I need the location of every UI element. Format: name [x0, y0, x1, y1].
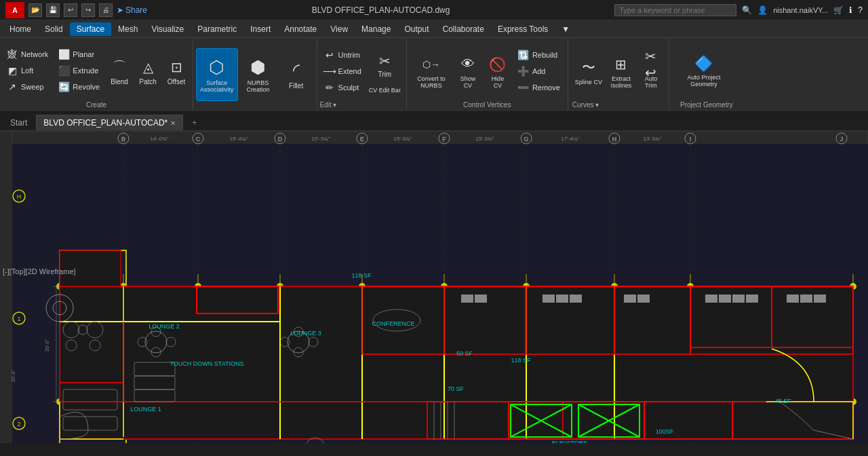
svg-rect-139	[570, 294, 582, 303]
titlebar-right: 🔍 👤 nishant.naikVY... 🛒 ℹ ?	[614, 4, 863, 16]
spline-cv-icon: 〜	[578, 57, 599, 79]
menu-mesh[interactable]: Mesh	[111, 22, 144, 36]
revolve-button[interactable]: 🔄 Revolve	[54, 79, 103, 94]
menu-express-tools[interactable]: Express Tools	[491, 22, 555, 36]
menu-solid[interactable]: Solid	[38, 22, 70, 36]
fillet-button[interactable]: ◜ Fillet	[279, 48, 314, 101]
menubar: Home Solid Surface Mesh Visualize Parame…	[0, 20, 868, 38]
auto-project-geometry-button[interactable]: 🔷 Auto ProjectGeometry	[673, 45, 734, 98]
menu-manage[interactable]: Manage	[355, 22, 397, 36]
search-icon[interactable]: 🔍	[742, 5, 752, 15]
cv-group: ⬡→ Convert toNURBS 👁 ShowCV 🚫 HideCV 🔃 R…	[407, 39, 568, 110]
titlebar-title: BLVD OFFICE_PLAN-AUTOCAD.dwg	[147, 5, 614, 15]
open-icon[interactable]: 📂	[28, 3, 42, 17]
print-icon[interactable]: 🖨	[99, 3, 113, 17]
save-icon[interactable]: 💾	[46, 3, 60, 17]
cart-icon[interactable]: 🛒	[833, 5, 844, 15]
remove-cv-button[interactable]: ➖ Remove	[514, 80, 564, 95]
svg-text:1: 1	[17, 316, 20, 322]
menu-output[interactable]: Output	[397, 22, 435, 36]
nurbs-creation-button[interactable]: ⬢ NURBSCreation	[241, 48, 276, 101]
menu-home[interactable]: Home	[3, 22, 38, 36]
spline-cv-button[interactable]: 〜 Spline CV	[572, 56, 605, 87]
untrim-button[interactable]: ↩ Untrim	[320, 48, 365, 62]
menu-view[interactable]: View	[323, 22, 355, 36]
canvas-area[interactable]: [-][Top][2D Wireframe] B C D E F G	[0, 132, 868, 443]
extract-isolines-icon: ⊞	[610, 54, 632, 75]
rebuild-button[interactable]: 🔃 Rebuild	[514, 48, 564, 62]
redo-icon[interactable]: ↪	[81, 3, 95, 17]
edit-col1: ↩ Untrim ⟶ Extend ✏ Sculpt	[320, 48, 365, 95]
undo-icon[interactable]: ↩	[64, 3, 77, 17]
network-button[interactable]: 🕸 Network	[3, 47, 52, 62]
nurbs-icon: ⬢	[250, 57, 266, 78]
share-button[interactable]: ➤ Share	[117, 5, 147, 15]
cad-drawing: B C D E F G H I J 14'-0⅝" 15'-4¼" 15'-3¾…	[0, 132, 868, 443]
create-col1: 🕸 Network ◩ Loft ↗ Sweep	[3, 47, 52, 94]
svg-text:ELEVATORS: ELEVATORS	[552, 440, 588, 443]
svg-text:100SF: 100SF	[656, 428, 674, 435]
offset-button[interactable]: ⊡ Offset	[163, 55, 190, 87]
svg-rect-136	[475, 294, 487, 303]
patch-button[interactable]: ◬ Patch	[134, 55, 161, 87]
revolve-icon: 🔄	[58, 81, 70, 93]
menu-collaborate[interactable]: Collaborate	[436, 22, 491, 36]
sculpt-button[interactable]: ✏ Sculpt	[320, 80, 365, 95]
svg-rect-1	[0, 132, 868, 144]
create-label: Create	[3, 100, 190, 109]
titlebar: A 📂 💾 ↩ ↪ 🖨 ➤ Share BLVD OFFICE_PLAN-AUT…	[0, 0, 868, 20]
auto-project-icon: 🔷	[694, 55, 713, 73]
extend-button[interactable]: ⟶ Extend	[320, 64, 365, 79]
untrim-icon: ↩	[323, 49, 336, 61]
blend-button[interactable]: ⌒ Blend	[106, 55, 133, 87]
menu-annotate[interactable]: Annotate	[277, 22, 323, 36]
svg-rect-141	[637, 294, 650, 303]
tab-blvd[interactable]: BLVD OFFICE_PLAN-AUTOCAD* ✕	[36, 115, 183, 130]
edit-tools: ↩ Untrim ⟶ Extend ✏ Sculpt ✂ Tri	[320, 41, 403, 101]
search-input[interactable]	[614, 4, 736, 16]
create-tools: 🕸 Network ◩ Loft ↗ Sweep ⬜ Plan	[3, 41, 190, 100]
trim-button[interactable]: ✂ Trim	[367, 47, 402, 84]
surface-associativity-button[interactable]: ⬡ SurfaceAssociativity	[196, 48, 238, 101]
menu-surface[interactable]: Surface	[70, 22, 111, 36]
auto-trim-button[interactable]: ✂↩ AutoTrim	[637, 52, 665, 90]
new-tab-button[interactable]: +	[184, 115, 204, 130]
help-icon[interactable]: ?	[858, 5, 863, 15]
svg-text:118 SF: 118 SF	[351, 272, 372, 279]
sculpt-icon: ✏	[323, 81, 336, 94]
user-icon: 👤	[757, 5, 768, 15]
convert-nurbs-button[interactable]: ⬡→ Convert toNURBS	[411, 52, 452, 90]
username: nishant.naikVY...	[773, 6, 828, 14]
ribbon: 🕸 Network ◩ Loft ↗ Sweep ⬜ Plan	[0, 38, 868, 113]
extract-isolines-button[interactable]: ⊞ ExtractIsolines	[608, 52, 635, 90]
extrude-button[interactable]: ⬛ Extrude	[54, 63, 103, 78]
hide-cv-button[interactable]: 🚫 HideCV	[484, 52, 511, 90]
tab-close-icon[interactable]: ✕	[170, 119, 176, 127]
svg-text:20'-0": 20'-0"	[45, 339, 50, 352]
menu-insert[interactable]: Insert	[243, 22, 277, 36]
edit-group: ↩ Untrim ⟶ Extend ✏ Sculpt ✂ Tri	[317, 39, 407, 110]
surface-assoc-tools: ⬡ SurfaceAssociativity ⬢ NURBSCreation ◜…	[196, 41, 314, 109]
rebuild-icon: 🔃	[517, 49, 530, 61]
tab-start[interactable]: Start	[3, 115, 35, 130]
show-cv-icon: 👁	[457, 54, 479, 75]
menu-visualize[interactable]: Visualize	[144, 22, 191, 36]
loft-button[interactable]: ◩ Loft	[3, 63, 52, 78]
svg-text:LOUNGE 3: LOUNGE 3	[290, 330, 321, 337]
auto-trim-icon: ✂↩	[640, 54, 662, 75]
svg-text:70 SF: 70 SF	[448, 385, 465, 392]
svg-rect-144	[732, 294, 745, 303]
titlebar-left: A 📂 💾 ↩ ↪ 🖨 ➤ Share	[5, 2, 147, 18]
svg-text:15'-3¾": 15'-3¾"	[475, 136, 494, 142]
show-cv-button[interactable]: 👁 ShowCV	[454, 52, 481, 90]
info-icon[interactable]: ℹ	[849, 5, 852, 15]
add-cv-button[interactable]: ➕ Add	[514, 64, 564, 79]
sweep-button[interactable]: ↗ Sweep	[3, 79, 52, 94]
autocad-logo: A	[5, 2, 24, 18]
planar-button[interactable]: ⬜ Planar	[54, 47, 103, 62]
menu-extra[interactable]: ▼	[555, 22, 576, 36]
cv-edit-bar-button[interactable]: CV Edit Bar	[366, 86, 403, 95]
project-geom-tools: 🔷 Auto ProjectGeometry	[673, 41, 740, 101]
svg-text:H: H	[17, 193, 22, 200]
menu-parametric[interactable]: Parametric	[191, 22, 243, 36]
